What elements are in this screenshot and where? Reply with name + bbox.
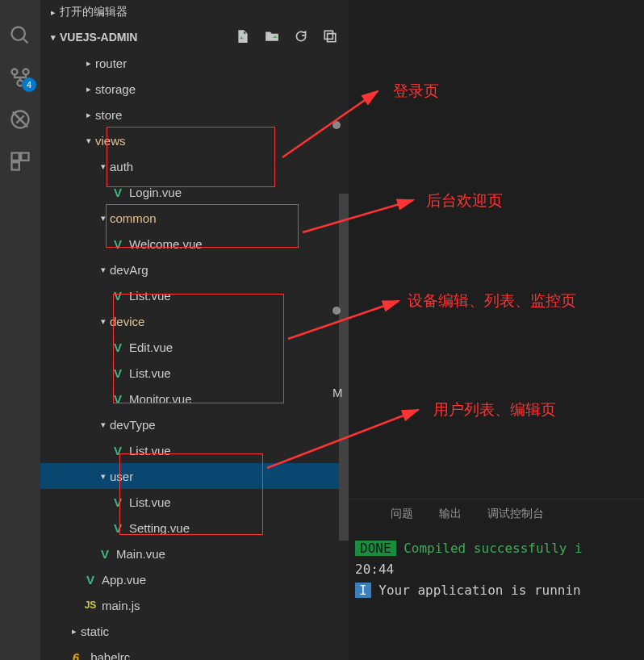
- chevron-down-icon: ▾: [47, 32, 60, 43]
- vue-icon: V: [110, 392, 126, 406]
- file-babelrc[interactable]: 6.babelrc: [40, 644, 349, 660]
- terminal-line: Compiled successfully i: [396, 541, 583, 556]
- svg-rect-8: [12, 162, 19, 169]
- file-main-vue[interactable]: VMain.vue: [40, 541, 349, 566]
- project-name: VUEJS-ADMIN: [60, 31, 137, 44]
- file-app-vue[interactable]: VApp.vue: [40, 566, 349, 592]
- vue-icon: V: [110, 186, 126, 199]
- vue-icon: V: [110, 366, 126, 380]
- folder-devtype[interactable]: ▾devType: [40, 411, 349, 437]
- activity-bar: 4: [0, 0, 40, 660]
- folder-common[interactable]: ▾common: [40, 205, 349, 231]
- extensions-icon[interactable]: [9, 150, 31, 173]
- file-edit[interactable]: VEdit.vue: [40, 334, 349, 360]
- editor-area: M: [349, 0, 644, 499]
- vue-icon: V: [97, 547, 113, 561]
- file-welcome[interactable]: VWelcome.vue: [40, 231, 349, 257]
- svg-point-3: [23, 69, 29, 75]
- explorer-sidebar: ▸ 打开的编辑器 ▾ VUEJS-ADMIN ▸router ▸storage …: [40, 0, 349, 660]
- folder-views[interactable]: ▾views: [40, 127, 349, 153]
- svg-rect-6: [12, 153, 19, 161]
- file-user-list[interactable]: VList.vue: [40, 489, 349, 515]
- open-editors-header[interactable]: ▸ 打开的编辑器: [40, 0, 349, 24]
- bottom-panel: 问题 输出 调试控制台 DONE Compiled successfully i…: [349, 499, 644, 660]
- vue-icon: V: [110, 444, 126, 457]
- vue-icon: V: [110, 289, 126, 303]
- tab-debug-console[interactable]: 调试控制台: [487, 507, 544, 521]
- folder-storage[interactable]: ▸storage: [40, 76, 349, 102]
- panel-tabs: 问题 输出 调试控制台: [349, 499, 644, 528]
- vue-icon: V: [110, 521, 126, 535]
- tab-output[interactable]: 输出: [439, 507, 462, 521]
- folder-router[interactable]: ▸router: [40, 50, 349, 76]
- folder-store[interactable]: ▸store: [40, 102, 349, 127]
- svg-point-0: [12, 27, 25, 40]
- folder-user[interactable]: ▾user: [40, 463, 349, 489]
- babel-icon: 6: [68, 650, 84, 661]
- editor-dot: [332, 121, 341, 129]
- vue-icon: V: [110, 340, 126, 354]
- collapse-all-icon[interactable]: [323, 29, 337, 46]
- vue-icon: V: [110, 237, 126, 251]
- svg-rect-7: [21, 153, 28, 161]
- vue-icon: V: [110, 495, 126, 509]
- file-devtype-list[interactable]: VList.vue: [40, 437, 349, 463]
- scrollbar-thumb[interactable]: [339, 194, 349, 541]
- done-badge: DONE: [355, 541, 396, 556]
- folder-auth[interactable]: ▾auth: [40, 153, 349, 179]
- folder-devarg[interactable]: ▾devArg: [40, 257, 349, 282]
- folder-device[interactable]: ▾device: [40, 308, 349, 334]
- terminal-output: DONE Compiled successfully i 20:44 I You…: [349, 528, 644, 601]
- file-devarg-list[interactable]: VList.vue: [40, 282, 349, 308]
- source-control-icon[interactable]: 4: [9, 66, 31, 89]
- terminal-line: Your application is runnin: [371, 583, 581, 598]
- editor-dot: [332, 307, 341, 315]
- refresh-icon[interactable]: [294, 29, 308, 46]
- file-main-js[interactable]: JSmain.js: [40, 592, 349, 618]
- svg-line-1: [23, 39, 28, 44]
- annotation-label-welcome: 后台欢迎页: [426, 190, 503, 211]
- editor-modified-indicator: M: [332, 386, 343, 399]
- annotation-label-user: 用户列表、编辑页: [433, 399, 556, 420]
- new-file-icon[interactable]: [236, 29, 250, 46]
- file-tree: ▸router ▸storage ▸store ▾views ▾auth VLo…: [40, 50, 349, 660]
- terminal-time: 20:44: [355, 559, 644, 580]
- file-setting[interactable]: VSetting.vue: [40, 515, 349, 541]
- debug-icon[interactable]: [9, 108, 31, 131]
- svg-rect-9: [324, 31, 332, 39]
- svg-point-2: [12, 69, 18, 75]
- file-monitor[interactable]: VMonitor.vue: [40, 386, 349, 411]
- file-login[interactable]: VLogin.vue: [40, 179, 349, 205]
- tab-problems[interactable]: 问题: [391, 507, 413, 521]
- section-label: 打开的编辑器: [60, 5, 128, 19]
- annotation-label-device: 设备编辑、列表、监控页: [408, 290, 576, 311]
- info-badge: I: [355, 583, 371, 598]
- js-icon: JS: [82, 599, 98, 611]
- folder-static[interactable]: ▸static: [40, 618, 349, 644]
- annotation-label-login: 登录页: [393, 81, 439, 102]
- chevron-right-icon: ▸: [47, 7, 60, 18]
- search-icon[interactable]: [9, 24, 31, 47]
- project-header[interactable]: ▾ VUEJS-ADMIN: [40, 24, 349, 50]
- new-folder-icon[interactable]: [265, 29, 279, 46]
- scm-badge: 4: [22, 77, 36, 92]
- file-device-list[interactable]: VList.vue: [40, 360, 349, 386]
- vue-icon: V: [82, 573, 98, 587]
